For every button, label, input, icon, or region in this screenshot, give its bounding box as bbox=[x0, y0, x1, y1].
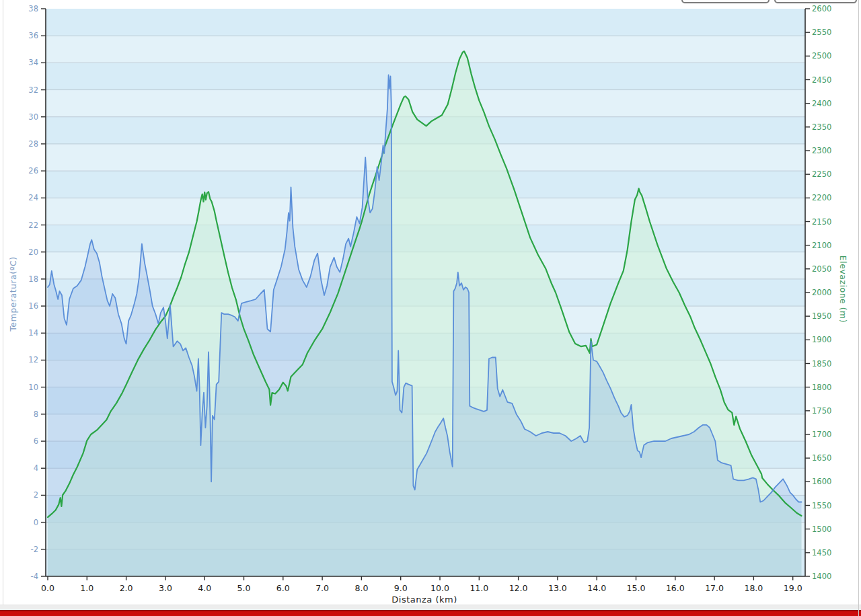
svg-text:2150: 2150 bbox=[812, 217, 831, 227]
svg-text:4.0: 4.0 bbox=[198, 583, 211, 593]
svg-text:2300: 2300 bbox=[812, 146, 831, 155]
svg-text:18: 18 bbox=[28, 274, 38, 284]
svg-text:2000: 2000 bbox=[812, 288, 831, 297]
x-axis-title: Distanza (km) bbox=[391, 594, 457, 605]
svg-text:2600: 2600 bbox=[812, 4, 831, 13]
svg-text:10.0: 10.0 bbox=[430, 583, 449, 593]
svg-text:3.0: 3.0 bbox=[159, 583, 172, 593]
svg-text:5.0: 5.0 bbox=[237, 583, 251, 593]
svg-text:2550: 2550 bbox=[812, 28, 831, 37]
svg-text:1.0: 1.0 bbox=[80, 583, 93, 593]
window-border-left bbox=[3, 0, 3, 605]
svg-text:1600: 1600 bbox=[812, 477, 831, 486]
red-window-edge[interactable] bbox=[0, 610, 861, 616]
svg-text:10: 10 bbox=[28, 383, 38, 392]
svg-text:16: 16 bbox=[28, 301, 38, 311]
window-border-right bbox=[858, 0, 859, 616]
svg-text:0: 0 bbox=[34, 518, 38, 527]
svg-text:-4: -4 bbox=[31, 572, 38, 581]
svg-text:11.0: 11.0 bbox=[470, 583, 488, 593]
elevation-temperature-chart[interactable]: 38363432302826242220181614121086420-2-42… bbox=[0, 0, 861, 605]
svg-text:8.0: 8.0 bbox=[354, 583, 368, 593]
svg-text:26: 26 bbox=[28, 166, 38, 176]
svg-text:2050: 2050 bbox=[812, 264, 831, 274]
svg-text:12.0: 12.0 bbox=[509, 583, 528, 593]
svg-text:2350: 2350 bbox=[812, 122, 831, 132]
svg-text:2450: 2450 bbox=[812, 75, 831, 85]
svg-text:1550: 1550 bbox=[812, 501, 831, 510]
svg-text:1850: 1850 bbox=[812, 359, 831, 369]
svg-text:15.0: 15.0 bbox=[627, 583, 646, 593]
svg-text:1650: 1650 bbox=[812, 453, 831, 463]
svg-text:1950: 1950 bbox=[812, 311, 831, 321]
svg-text:2250: 2250 bbox=[812, 169, 831, 179]
svg-text:7.0: 7.0 bbox=[315, 583, 329, 593]
svg-text:14: 14 bbox=[28, 328, 38, 338]
svg-text:1900: 1900 bbox=[812, 335, 831, 344]
svg-text:2500: 2500 bbox=[812, 51, 831, 61]
svg-text:20: 20 bbox=[28, 247, 38, 257]
right-axis-title: Elevazione (m) bbox=[838, 256, 848, 323]
svg-text:0.0: 0.0 bbox=[41, 583, 54, 593]
svg-text:18.0: 18.0 bbox=[744, 583, 763, 593]
svg-text:1750: 1750 bbox=[812, 406, 831, 416]
svg-text:1800: 1800 bbox=[812, 383, 831, 392]
svg-text:17.0: 17.0 bbox=[705, 583, 724, 593]
svg-text:1700: 1700 bbox=[812, 430, 831, 439]
svg-text:2200: 2200 bbox=[812, 193, 831, 202]
svg-text:-2: -2 bbox=[31, 545, 38, 554]
left-axis-title: Temperatura(ºC) bbox=[8, 256, 18, 331]
svg-text:1400: 1400 bbox=[812, 572, 831, 581]
chart-canvas[interactable]: 38363432302826242220181614121086420-2-42… bbox=[0, 0, 861, 605]
svg-text:19.0: 19.0 bbox=[784, 583, 802, 593]
app-window: 38363432302826242220181614121086420-2-42… bbox=[0, 0, 861, 616]
svg-text:2100: 2100 bbox=[812, 241, 831, 250]
svg-text:36: 36 bbox=[28, 31, 38, 40]
svg-text:12: 12 bbox=[28, 355, 38, 364]
svg-text:6: 6 bbox=[34, 436, 38, 446]
status-strip bbox=[0, 605, 861, 610]
svg-text:6.0: 6.0 bbox=[276, 583, 290, 593]
svg-text:2.0: 2.0 bbox=[120, 583, 133, 593]
svg-text:24: 24 bbox=[28, 193, 38, 202]
svg-text:34: 34 bbox=[28, 58, 38, 67]
svg-text:22: 22 bbox=[28, 221, 38, 230]
svg-text:2400: 2400 bbox=[812, 99, 831, 108]
svg-text:32: 32 bbox=[28, 85, 38, 95]
svg-text:16.0: 16.0 bbox=[666, 583, 685, 593]
svg-text:28: 28 bbox=[28, 139, 38, 149]
svg-text:8: 8 bbox=[34, 410, 38, 419]
svg-text:1450: 1450 bbox=[812, 548, 831, 557]
svg-text:30: 30 bbox=[28, 112, 38, 122]
svg-text:2: 2 bbox=[34, 490, 38, 500]
svg-text:14.0: 14.0 bbox=[587, 583, 606, 593]
svg-text:1500: 1500 bbox=[812, 525, 831, 534]
svg-text:4: 4 bbox=[34, 463, 38, 473]
svg-text:38: 38 bbox=[28, 4, 38, 13]
svg-text:9.0: 9.0 bbox=[394, 583, 408, 593]
svg-text:13.0: 13.0 bbox=[548, 583, 567, 593]
